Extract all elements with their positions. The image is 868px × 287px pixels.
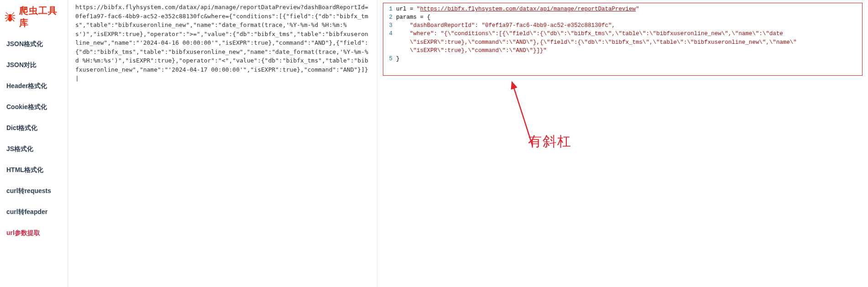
code-line-5: 5 } xyxy=(386,55,859,63)
code-line-3: 3 "dashBoardReportId": "0fef1a97-fac6-4b… xyxy=(386,21,859,30)
line-number xyxy=(386,47,396,55)
nav-item-2[interactable]: Header格式化 xyxy=(0,76,68,97)
nav-item-1[interactable]: JSON对比 xyxy=(0,55,68,76)
line-number: 3 xyxy=(386,21,396,30)
code-line-2: 2 params = { xyxy=(386,13,859,21)
nav-item-9[interactable]: url参数提取 xyxy=(0,223,68,244)
code-box[interactable]: 1 url = "https://bibfx.flyhsystem.com/da… xyxy=(383,3,863,76)
code-line-4-wrap-2: \"isEXPR\":true},\"command\":\"AND\"}]}" xyxy=(386,47,859,55)
code-line-4: 4 "where": "{\"conditions\":[{\"field\":… xyxy=(386,30,859,38)
main: https://bibfx.flyhsystem.com/datax/api/m… xyxy=(68,0,868,287)
code-line-4-wrap-1: \"isEXPR\":true},\"command\":\"AND\"},{\… xyxy=(386,38,859,47)
input-url-pane[interactable]: https://bibfx.flyhsystem.com/datax/api/m… xyxy=(68,0,377,287)
nav-item-7[interactable]: curl转requests xyxy=(0,181,68,202)
nav-item-6[interactable]: HTML格式化 xyxy=(0,160,68,181)
nav-item-5[interactable]: JS格式化 xyxy=(0,139,68,160)
line-number: 5 xyxy=(386,55,396,63)
svg-point-1 xyxy=(8,17,11,21)
output-code-pane: 1 url = "https://bibfx.flyhsystem.com/da… xyxy=(377,0,868,287)
line-number xyxy=(386,38,396,47)
spider-icon xyxy=(4,10,16,23)
annotation-text: 有斜杠 xyxy=(528,132,572,151)
nav-item-4[interactable]: Dict格式化 xyxy=(0,118,68,139)
line-number: 1 xyxy=(386,5,396,13)
logo-text: 爬虫工具库 xyxy=(19,5,64,29)
nav-item-0[interactable]: JSON格式化 xyxy=(0,34,68,55)
sidebar: 爬虫工具库 JSON格式化JSON对比Header格式化Cookie格式化Dic… xyxy=(0,0,68,287)
nav-list: JSON格式化JSON对比Header格式化Cookie格式化Dict格式化JS… xyxy=(0,34,68,244)
line-number: 2 xyxy=(386,13,396,21)
code-line-1: 1 url = "https://bibfx.flyhsystem.com/da… xyxy=(386,5,859,13)
nav-item-8[interactable]: curl转feapder xyxy=(0,202,68,223)
nav-item-3[interactable]: Cookie格式化 xyxy=(0,97,68,118)
line-number: 4 xyxy=(386,30,396,38)
logo: 爬虫工具库 xyxy=(0,2,68,34)
